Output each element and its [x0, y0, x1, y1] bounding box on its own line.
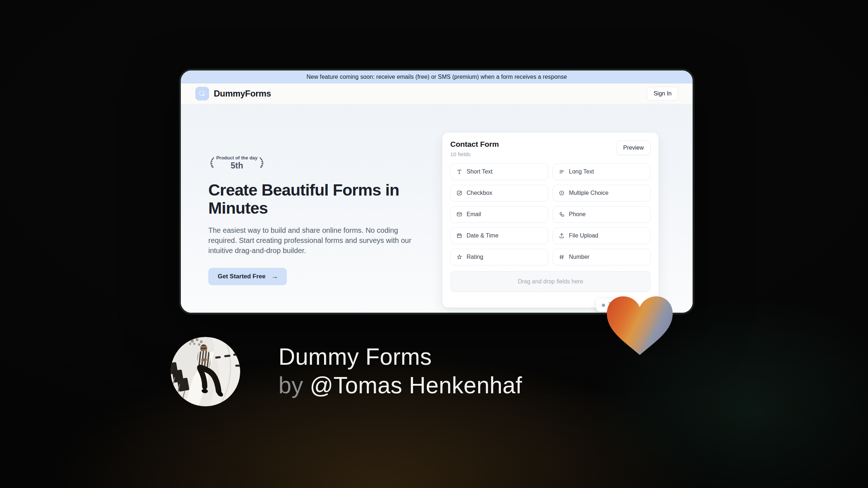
- badge-rank: 5th: [216, 161, 258, 171]
- hero-content: Product of the day 5th Create: [208, 104, 429, 285]
- field-long-text-button[interactable]: Long Text: [553, 163, 651, 180]
- product-of-the-day-badge: Product of the day 5th: [208, 154, 265, 172]
- star-icon: [456, 254, 463, 260]
- navbar: DummyForms Sign In: [181, 84, 693, 104]
- field-label: Multiple Choice: [569, 190, 608, 196]
- announcement-banner: New feature coming soon: receive emails …: [181, 70, 693, 84]
- field-label: Rating: [467, 254, 483, 260]
- page-title-line2: Minutes: [208, 199, 429, 217]
- field-label: File Upload: [569, 232, 598, 239]
- announcement-text: New feature coming soon: receive emails …: [307, 74, 567, 80]
- heart-icon: [604, 291, 676, 358]
- field-date-time-button[interactable]: Date & Time: [450, 227, 548, 244]
- badge-label: Product of the day: [216, 155, 258, 160]
- field-rating-button[interactable]: Rating: [450, 249, 548, 265]
- get-started-button[interactable]: Get Started Free →: [208, 268, 287, 285]
- hero-section: Product of the day 5th Create: [181, 104, 693, 314]
- field-label: Short Text: [467, 168, 493, 175]
- field-label: Long Text: [569, 168, 594, 175]
- footer-author-handle: @Tomas Henkenhaf: [310, 372, 522, 398]
- field-file-upload-button[interactable]: File Upload: [553, 227, 651, 244]
- field-short-text-button[interactable]: Short Text: [450, 163, 548, 180]
- form-builder-panel: Contact Form 10 fields Preview Short Tex…: [442, 133, 659, 308]
- page-title: Create Beautiful Forms in Minutes: [208, 181, 429, 217]
- form-title: Contact Form: [450, 140, 499, 149]
- text-icon: [456, 168, 463, 175]
- brand[interactable]: DummyForms: [195, 87, 271, 100]
- brand-name: DummyForms: [214, 89, 271, 99]
- field-label: Date & Time: [467, 232, 498, 239]
- footer-title: Dummy Forms by @Tomas Henkenhaf: [278, 343, 522, 400]
- author-avatar: [171, 337, 240, 406]
- checkbox-icon: [456, 190, 463, 196]
- envelope-icon: [456, 211, 463, 218]
- field-number-button[interactable]: Number: [553, 249, 651, 265]
- field-phone-button[interactable]: Phone: [553, 206, 651, 223]
- field-label: Checkbox: [467, 190, 492, 196]
- footer-byline: by @Tomas Henkenhaf: [278, 371, 522, 400]
- badge-text: Product of the day 5th: [216, 155, 258, 171]
- upload-icon: [558, 232, 565, 239]
- field-multiple-choice-button[interactable]: Multiple Choice: [553, 185, 651, 201]
- field-label: Number: [569, 254, 590, 260]
- long-text-icon: [558, 168, 565, 175]
- radio-icon: [558, 190, 565, 196]
- hero-paragraph: The easiest way to build and share onlin…: [208, 225, 418, 256]
- footer-app-name: Dummy Forms: [278, 343, 522, 371]
- app-window: New feature coming soon: receive emails …: [179, 69, 694, 314]
- form-builder-header: Contact Form 10 fields Preview: [450, 140, 651, 157]
- arrow-right-icon: →: [271, 273, 278, 281]
- field-label: Email: [467, 211, 481, 218]
- preview-button[interactable]: Preview: [616, 141, 651, 155]
- field-checkbox-button[interactable]: Checkbox: [450, 185, 548, 201]
- laurel-right-icon: [259, 154, 265, 172]
- laurel-left-icon: [208, 154, 215, 172]
- field-type-grid: Short Text Long Text: [450, 163, 651, 265]
- hero-paragraph-sentence2: Start creating professional forms and su…: [208, 236, 411, 254]
- footer-byline-prefix: by: [278, 372, 310, 398]
- field-email-button[interactable]: Email: [450, 206, 548, 223]
- drag-drop-text: Drag and drop fields here: [518, 278, 583, 285]
- get-started-label: Get Started Free: [218, 273, 265, 280]
- field-label: Phone: [569, 211, 586, 218]
- calendar-icon: [456, 232, 463, 239]
- selection-cursor-icon: [195, 87, 209, 100]
- phone-icon: [558, 211, 565, 218]
- form-builder-titles: Contact Form 10 fields: [450, 140, 499, 157]
- drag-drop-zone[interactable]: Drag and drop fields here: [450, 271, 651, 292]
- form-field-count: 10 fields: [450, 151, 499, 157]
- page-title-line1: Create Beautiful Forms in: [208, 181, 429, 199]
- hash-icon: [558, 254, 565, 260]
- sign-in-button[interactable]: Sign In: [647, 87, 678, 100]
